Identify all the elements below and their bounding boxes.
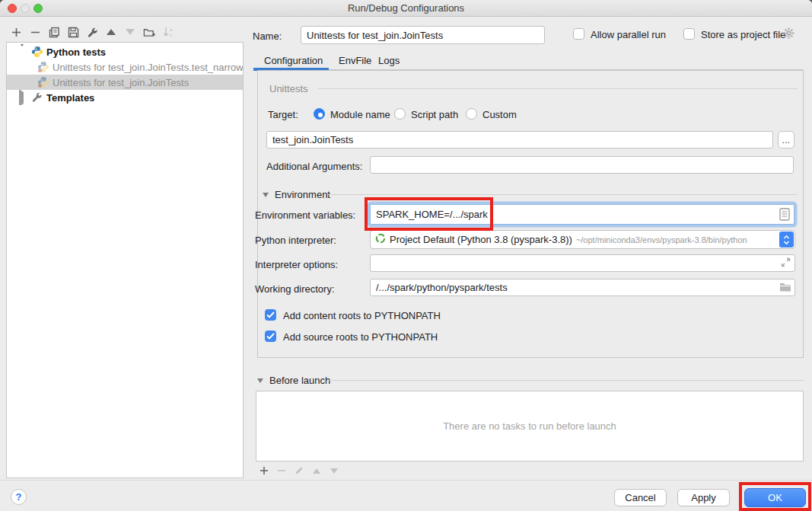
radio-script-path[interactable] [394,108,406,120]
variables-list-icon[interactable] [779,208,790,223]
svg-text:a: a [170,27,173,32]
radio-module-name-label: Module name [330,109,390,120]
radio-custom[interactable] [466,108,477,120]
tree-item-label: Unittests for test_join.JoinTests [53,77,189,88]
before-launch-empty-text: There are no tasks to run before launch [443,420,616,432]
tree-item-label: Templates [46,92,94,104]
python-interpreter-path: ~/opt/miniconda3/envs/pyspark-3.8/bin/py… [576,235,794,244]
unittests-group-rule [318,88,798,89]
before-launch-section-header[interactable]: Before launch [257,375,330,386]
add-source-roots-label: Add source roots to PYTHONPATH [283,331,438,343]
python-interpreter-select[interactable]: Project Default (Python 3.8 (pyspark-3.8… [370,230,795,249]
additional-arguments-input[interactable] [370,156,794,174]
environment-rule [327,194,798,195]
additional-arguments-label: Additional Arguments: [266,161,362,172]
working-directory-input[interactable] [370,279,795,296]
save-configuration-icon[interactable] [67,26,79,38]
radio-module-name[interactable] [314,108,325,120]
environment-header-label: Environment [275,189,330,200]
unittests-group-title: Unittests [269,83,308,94]
window-title: Run/Debug Configurations [0,2,812,14]
conda-environment-icon [375,233,386,246]
templates-wrench-icon [31,91,43,104]
apply-button[interactable]: Apply [677,489,730,506]
expand-arrow-icon[interactable] [19,46,28,58]
collapse-before-launch-icon[interactable] [257,378,263,383]
expand-field-icon[interactable] [781,257,791,270]
allow-parallel-run-label: Allow parallel run [591,29,666,40]
edit-templates-wrench-icon[interactable] [86,26,98,38]
add-content-roots-label: Add content roots to PYTHONPATH [283,310,441,321]
name-label: Name: [253,30,282,42]
help-button[interactable]: ? [11,489,27,505]
svg-text:z: z [170,33,172,37]
add-source-roots-checkbox[interactable] [265,331,276,342]
working-directory-label: Working directory: [255,283,335,295]
new-folder-icon[interactable] [143,26,155,38]
tree-item-python-tests[interactable]: Python tests [7,44,243,59]
add-content-roots-checkbox[interactable] [265,309,276,321]
titlebar: Run/Debug Configurations [0,0,812,17]
remove-task-icon [276,466,286,476]
python-interpreter-label: Python interpreter: [255,235,336,246]
cancel-button[interactable]: Cancel [614,489,667,506]
collapse-environment-icon[interactable] [263,193,269,197]
configurations-toolbar: az [10,24,174,40]
combo-spinner-icon[interactable] [779,232,794,248]
copy-configuration-icon[interactable] [48,26,60,38]
remove-configuration-icon[interactable] [29,26,41,38]
interpreter-options-input[interactable] [370,254,795,272]
environment-variables-label: Environment variables: [255,209,355,221]
environment-section-header[interactable]: Environment [263,189,330,200]
gear-icon[interactable] [782,27,795,42]
store-as-project-file-checkbox[interactable] [683,28,695,40]
before-launch-toolbar [259,465,339,477]
store-as-project-file-label: Store as project file [701,29,785,40]
move-down-icon [124,26,136,38]
tree-item-label: Python tests [46,46,106,58]
name-input[interactable] [301,26,545,44]
target-label: Target: [268,109,298,120]
ok-button[interactable]: OK [744,488,806,507]
radio-custom-label: Custom [482,109,517,120]
before-launch-header-label: Before launch [269,375,330,386]
allow-parallel-run-checkbox[interactable] [573,28,584,40]
python-test-icon [37,76,49,88]
move-up-icon[interactable] [105,26,117,38]
configurations-tree: Python tests Unittests for test_join.Joi… [6,42,244,478]
move-task-down-icon [329,466,339,476]
folder-icon[interactable] [779,282,791,295]
collapse-arrow-icon[interactable] [19,92,28,104]
add-task-icon[interactable] [259,466,269,476]
tab-envfile[interactable]: EnvFile [339,55,371,66]
radio-script-path-label: Script path [411,109,458,120]
add-configuration-icon[interactable] [10,26,22,38]
python-tests-icon [31,46,43,58]
browse-button[interactable]: ... [778,131,794,149]
module-name-input[interactable] [266,131,773,149]
environment-variables-input[interactable] [370,204,794,225]
footer-divider [0,480,812,481]
run-debug-configurations-dialog: Run/Debug Configurations az Python tests… [0,0,812,511]
tab-logs[interactable]: Logs [378,55,400,66]
move-task-up-icon [311,466,321,476]
edit-task-pencil-icon [294,466,304,476]
sort-configurations-icon: az [162,26,174,38]
tree-item-unittests-jointests-selected[interactable]: Unittests for test_join.JoinTests [7,75,243,90]
tab-configuration[interactable]: Configuration [264,55,323,66]
interpreter-options-label: Interpreter options: [255,259,338,270]
python-interpreter-value: Project Default (Python 3.8 (pyspark-3.8… [390,234,572,245]
tree-item-unittests-test-narrow[interactable]: Unittests for test_join.JoinTests.test_n… [7,59,243,75]
tree-item-templates[interactable]: Templates [7,90,243,105]
before-launch-rule [327,380,804,381]
python-test-icon [37,61,49,73]
before-launch-tasks-list: There are no tasks to run before launch [256,391,804,461]
tree-item-label: Unittests for test_join.JoinTests.test_n… [53,62,243,73]
